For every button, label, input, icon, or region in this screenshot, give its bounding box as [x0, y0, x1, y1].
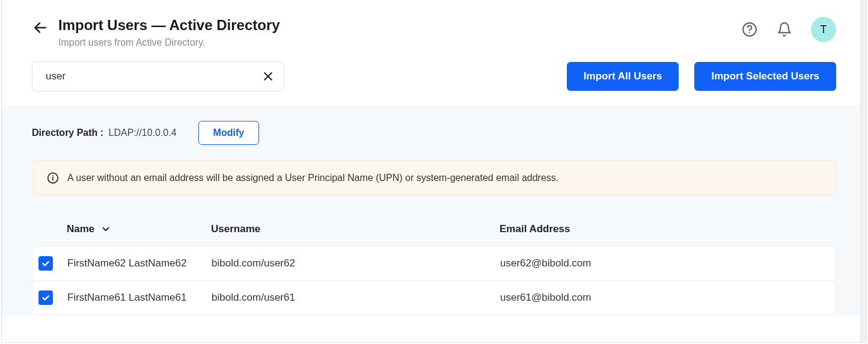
- help-button[interactable]: [741, 21, 758, 38]
- cell-email: user61@bibold.com: [500, 292, 830, 304]
- notifications-button[interactable]: [776, 21, 793, 38]
- column-header-name[interactable]: Name: [67, 223, 211, 235]
- page-header: Import Users — Active Directory Import u…: [2, 0, 866, 48]
- bell-icon: [777, 22, 792, 37]
- info-icon: [47, 172, 59, 184]
- import-selected-button[interactable]: Import Selected Users: [694, 62, 836, 91]
- content-area: Directory Path : LDAP://10.0.0.4 Modify …: [2, 106, 866, 315]
- import-all-button[interactable]: Import All Users: [567, 62, 679, 91]
- scrollbar[interactable]: [860, 0, 866, 342]
- chevron-down-icon: [100, 224, 111, 235]
- directory-path-row: Directory Path : LDAP://10.0.0.4 Modify: [32, 121, 836, 145]
- clear-search-button[interactable]: [261, 69, 275, 84]
- directory-path-label: Directory Path :: [32, 127, 103, 138]
- cell-email: user62@bibold.com: [500, 257, 830, 269]
- row-checkbox[interactable]: [38, 290, 53, 305]
- table-row: FirstName61 LastName61 bibold.com/user61…: [32, 281, 836, 315]
- help-icon: [742, 22, 757, 37]
- search-field[interactable]: [32, 61, 284, 91]
- directory-path-value: LDAP://10.0.0.4: [109, 127, 177, 138]
- page-subtitle: Import users from Active Directory.: [58, 37, 280, 48]
- column-header-username[interactable]: Username: [211, 223, 500, 235]
- modify-button[interactable]: Modify: [198, 121, 260, 145]
- cell-username: bibold.com/user62: [212, 257, 500, 269]
- toolbar: Import All Users Import Selected Users: [2, 48, 866, 106]
- info-banner: A user without an email address will be …: [32, 161, 836, 195]
- row-checkbox[interactable]: [38, 256, 53, 271]
- table-header: Name Username Email Address: [32, 212, 836, 246]
- avatar-initial: T: [821, 23, 827, 36]
- back-button[interactable]: [32, 19, 49, 36]
- close-icon: [262, 70, 274, 82]
- page-title: Import Users — Active Directory: [58, 17, 280, 34]
- cell-name: FirstName61 LastName61: [67, 292, 212, 304]
- avatar[interactable]: T: [811, 17, 836, 42]
- info-text: A user without an email address will be …: [67, 173, 558, 183]
- table-body: FirstName62 LastName62 bibold.com/user62…: [32, 246, 836, 315]
- cell-name: FirstName62 LastName62: [67, 257, 212, 269]
- search-input[interactable]: [46, 70, 261, 82]
- cell-username: bibold.com/user61: [212, 292, 500, 304]
- column-header-email[interactable]: Email Address: [500, 223, 830, 235]
- arrow-left-icon: [32, 20, 48, 35]
- table-row: FirstName62 LastName62 bibold.com/user62…: [32, 247, 836, 281]
